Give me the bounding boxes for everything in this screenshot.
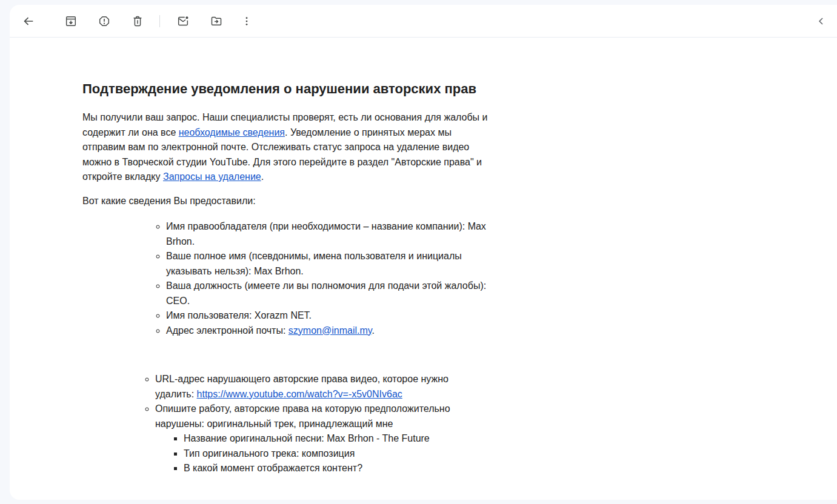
move-to-folder-icon <box>210 15 223 28</box>
report-spam-button[interactable] <box>92 9 116 33</box>
list-item-email: Адрес электронной почты: szymon@inmail.m… <box>166 323 501 339</box>
video-url-label-line2: удалить: <box>155 389 197 399</box>
mail-toolbar <box>10 5 837 38</box>
message-body: Подтверждение уведомления о нарушении ав… <box>10 38 837 500</box>
email-label: Адрес электронной почты: <box>166 325 288 336</box>
intro-line4: можно в Творческой студии YouTube. Для э… <box>82 157 482 167</box>
list-item-username: Имя пользователя: Xorazm NET. <box>166 308 501 323</box>
mark-unread-icon <box>176 15 190 28</box>
intro-line3: отправим вам по электронной почте. Отсле… <box>82 142 469 152</box>
list-item-position: Ваша должность (имеете ли вы полномочия … <box>166 279 501 308</box>
toolbar-divider <box>159 15 160 27</box>
list-item-video-url: URL-адрес нарушающего авторские права ви… <box>155 372 501 402</box>
archive-button[interactable] <box>59 9 83 33</box>
sub-item-track-type: Тип оригинального трека: композиция <box>184 446 501 462</box>
more-vert-icon <box>240 15 253 28</box>
email-subject-title: Подтверждение уведомления о нарушении ав… <box>82 77 501 101</box>
report-spam-icon <box>98 15 111 28</box>
intro-line2-post: . Уведомление о принятых мерах мы <box>285 127 452 138</box>
delete-icon <box>131 15 144 28</box>
back-arrow-icon <box>22 15 35 28</box>
video-url-label-line1: URL-адрес нарушающего авторские права ви… <box>155 374 449 384</box>
mail-card: Подтверждение уведомления о нарушении ав… <box>10 5 837 500</box>
more-options-button[interactable] <box>235 9 259 33</box>
delete-button[interactable] <box>125 9 150 33</box>
video-details-list: URL-адрес нарушающего авторские права ви… <box>82 372 501 476</box>
list-item-describe-work: Опишите работу, авторские права на котор… <box>155 402 501 431</box>
provided-details-list: Имя правообладателя (при необходимости –… <box>82 219 501 338</box>
video-url-link[interactable]: https://www.youtube.com/watch?v=-x5v0NIv… <box>197 389 402 399</box>
provided-heading: Вот какие сведения Вы предоставили: <box>82 194 501 209</box>
chevron-left-icon <box>815 15 827 27</box>
intro-line1: Мы получили ваш запрос. Наши специалисты… <box>82 112 488 122</box>
sub-item-content-moment: В какой момент отображается контент? <box>184 461 501 476</box>
original-track-sublist: Название оригинальной песни: Max Brhon -… <box>155 431 501 476</box>
back-button[interactable] <box>16 9 41 33</box>
intro-line5-pre: откройте вкладку <box>82 171 163 182</box>
intro-paragraph: Мы получили ваш запрос. Наши специалисты… <box>82 110 501 185</box>
list-item-full-name: Ваше полное имя (псевдонимы, имена польз… <box>166 249 501 279</box>
move-to-button[interactable] <box>204 9 228 33</box>
collapse-pane-button[interactable] <box>812 12 831 31</box>
intro-line2-pre: содержит ли она все <box>82 127 179 138</box>
required-info-link[interactable]: необходимые сведения <box>179 127 285 138</box>
list-item-rights-holder: Имя правообладателя (при необходимости –… <box>166 219 501 249</box>
mark-unread-button[interactable] <box>171 9 195 33</box>
removal-requests-link[interactable]: Запросы на удаление <box>163 171 261 182</box>
sub-item-song-title: Название оригинальной песни: Max Brhon -… <box>184 431 501 446</box>
email-address-link[interactable]: szymon@inmail.my <box>288 325 372 336</box>
intro-line5-post: . <box>261 171 264 182</box>
archive-icon <box>64 15 78 28</box>
email-suffix: . <box>372 325 375 336</box>
